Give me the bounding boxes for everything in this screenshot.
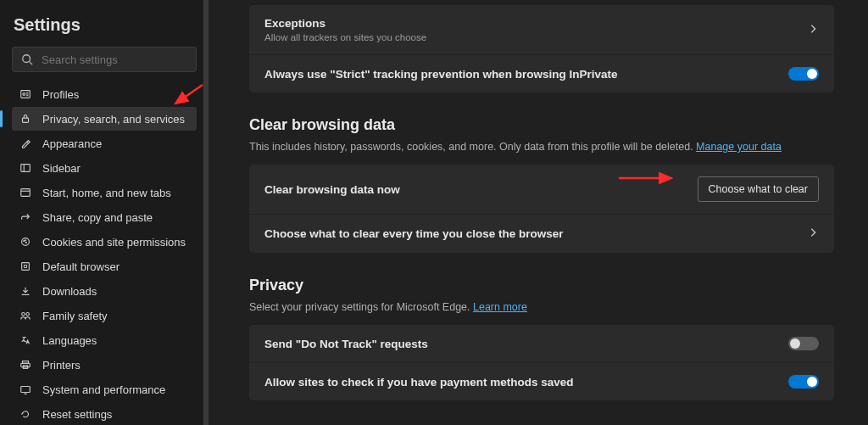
start-icon <box>19 186 32 199</box>
search-settings-field[interactable] <box>12 47 197 72</box>
exceptions-sub: Allow all trackers on sites you choose <box>264 32 807 42</box>
sidebar-item-label: Appearance <box>42 137 102 150</box>
printer-icon <box>19 358 32 372</box>
svg-point-0 <box>23 55 31 63</box>
dnt-toggle[interactable] <box>788 337 819 350</box>
settings-sidebar: Settings Profiles Privacy, search, and s… <box>0 0 209 425</box>
payment-check-toggle[interactable] <box>788 375 819 389</box>
search-icon <box>21 53 33 66</box>
strict-inprivate-toggle[interactable] <box>788 67 819 81</box>
sidebar-item-label: Start, home, and new tabs <box>42 187 171 199</box>
privacy-desc: Select your privacy settings for Microso… <box>249 301 834 313</box>
clear-browsing-card: Clear browsing data now Choose what to c… <box>249 165 834 253</box>
svg-point-3 <box>23 93 25 96</box>
sidebar-item-share[interactable]: Share, copy and paste <box>12 205 197 229</box>
sidebar-item-label: Reset settings <box>42 408 112 421</box>
sidebar-item-label: System and performance <box>42 383 165 396</box>
svg-rect-5 <box>21 165 31 172</box>
sidebar-item-profiles[interactable]: Profiles <box>12 82 197 106</box>
sidebar-item-label: Share, copy and paste <box>42 211 153 224</box>
chevron-right-icon <box>807 23 819 37</box>
payment-check-row: Allow sites to check if you have payment… <box>249 362 834 400</box>
svg-rect-20 <box>21 387 31 393</box>
sidebar-item-label: Printers <box>42 359 81 372</box>
share-icon <box>19 210 32 224</box>
strict-inprivate-row: Always use "Strict" tracking prevention … <box>249 54 834 92</box>
sidebar-item-label: Sidebar <box>42 162 81 175</box>
sidebar-item-label: Default browser <box>42 260 120 273</box>
exceptions-title: Exceptions <box>264 17 807 30</box>
chevron-right-icon <box>807 226 819 241</box>
svg-rect-13 <box>22 263 30 271</box>
system-icon <box>19 383 32 396</box>
download-icon <box>19 284 32 298</box>
sidebar-resize-handle[interactable] <box>203 0 209 425</box>
dnt-row: Send "Do Not Track" requests <box>249 325 834 362</box>
clear-browsing-heading: Clear browsing data <box>249 116 834 134</box>
settings-title: Settings <box>12 15 197 35</box>
exceptions-row[interactable]: Exceptions Allow all trackers on sites y… <box>249 5 834 54</box>
sidebar-item-family[interactable]: Family safety <box>12 304 197 327</box>
lock-icon <box>19 112 32 126</box>
svg-rect-4 <box>23 118 29 122</box>
appearance-icon <box>19 137 32 150</box>
clear-now-row: Clear browsing data now Choose what to c… <box>249 165 834 214</box>
clear-on-close-label: Choose what to clear every time you clos… <box>264 227 564 240</box>
svg-line-1 <box>30 62 33 65</box>
sidebar-item-label: Languages <box>42 334 97 347</box>
privacy-heading: Privacy <box>249 277 834 294</box>
clear-browsing-desc: This includes history, passwords, cookie… <box>249 141 834 153</box>
sidebar-item-appearance[interactable]: Appearance <box>12 131 197 155</box>
dnt-label: Send "Do Not Track" requests <box>264 338 428 350</box>
svg-point-12 <box>25 240 26 241</box>
sidebar-item-start[interactable]: Start, home, and new tabs <box>12 181 197 204</box>
svg-point-16 <box>26 313 30 316</box>
choose-what-to-clear-button[interactable]: Choose what to clear <box>698 176 819 202</box>
payment-check-label: Allow sites to check if you have payment… <box>264 376 574 389</box>
svg-point-9 <box>22 238 30 246</box>
reset-icon <box>19 407 32 421</box>
privacy-learn-more-link[interactable]: Learn more <box>473 301 527 313</box>
svg-rect-7 <box>21 189 31 197</box>
sidebar-item-downloads[interactable]: Downloads <box>12 279 197 303</box>
sidebar-item-printers[interactable]: Printers <box>12 353 197 377</box>
sidebar-item-label: Family safety <box>42 310 108 322</box>
sidebar-item-system[interactable]: System and performance <box>12 377 197 401</box>
languages-icon <box>19 333 32 347</box>
default-browser-icon <box>19 260 32 273</box>
svg-point-15 <box>22 313 25 316</box>
sidebar-item-reset[interactable]: Reset settings <box>12 402 197 425</box>
cookies-icon <box>19 235 32 249</box>
sidebar-item-label: Privacy, search, and services <box>42 113 185 126</box>
clear-on-close-row[interactable]: Choose what to clear every time you clos… <box>249 214 834 253</box>
sidebar-item-cookies[interactable]: Cookies and site permissions <box>12 230 197 254</box>
clear-browsing-section: Clear browsing data This includes histor… <box>249 116 834 253</box>
privacy-card: Send "Do Not Track" requests Allow sites… <box>249 325 834 400</box>
clear-now-label: Clear browsing data now <box>264 183 400 196</box>
svg-point-11 <box>25 242 26 243</box>
manage-your-data-link[interactable]: Manage your data <box>696 141 782 153</box>
tracking-prevention-card: Exceptions Allow all trackers on sites y… <box>249 5 834 92</box>
sidebar-icon <box>19 161 32 175</box>
privacy-section: Privacy Select your privacy settings for… <box>249 277 834 400</box>
search-input[interactable] <box>42 53 187 66</box>
svg-point-10 <box>24 241 25 242</box>
sidebar-item-default-browser[interactable]: Default browser <box>12 254 197 278</box>
svg-point-14 <box>24 265 27 268</box>
sidebar-item-privacy[interactable]: Privacy, search, and services <box>12 107 197 131</box>
sidebar-item-label: Cookies and site permissions <box>42 236 186 249</box>
profile-icon <box>19 87 32 101</box>
family-icon <box>19 309 32 322</box>
sidebar-item-label: Profiles <box>42 88 79 101</box>
sidebar-item-sidebar[interactable]: Sidebar <box>12 156 197 180</box>
settings-main: Exceptions Allow all trackers on sites y… <box>209 0 868 425</box>
sidebar-item-label: Downloads <box>42 285 97 298</box>
sidebar-item-languages[interactable]: Languages <box>12 328 197 352</box>
strict-inprivate-label: Always use "Strict" tracking prevention … <box>264 68 617 81</box>
